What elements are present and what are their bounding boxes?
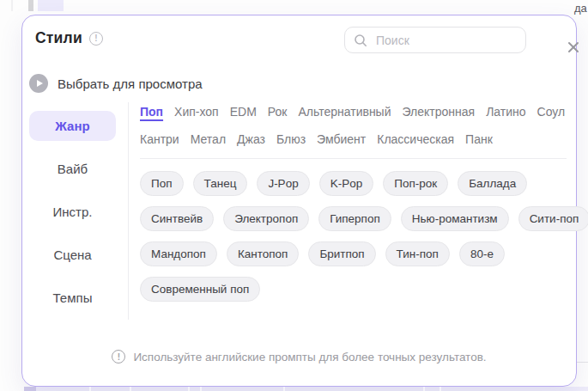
genre-link[interactable]: Эмбиент	[317, 131, 366, 148]
play-icon	[37, 80, 43, 87]
genre-link[interactable]: Альтернативный	[298, 103, 391, 120]
background-timeline-gap	[200, 387, 202, 391]
style-chip[interactable]: Мандопоп	[140, 241, 217, 266]
style-chip[interactable]: K-Pop	[319, 171, 374, 196]
chip-row: ПопТанецJ-PopK-PopПоп-рокБаллада	[140, 171, 567, 196]
background-divider	[577, 362, 588, 363]
genre-link[interactable]: Панк	[465, 131, 493, 148]
sidebar-tab-4[interactable]: Сцена	[29, 240, 116, 270]
close-button[interactable]	[563, 37, 584, 58]
style-chip[interactable]: Баллада	[458, 171, 527, 196]
style-chip[interactable]: Электропоп	[223, 206, 309, 231]
background-fragment	[28, 0, 33, 11]
sidebar-tab-1[interactable]: Жанр	[29, 111, 116, 141]
style-chip[interactable]: Поп	[140, 171, 184, 196]
genre-link[interactable]: Метал	[191, 131, 226, 148]
sidebar-tab-2[interactable]: Вайб	[29, 154, 116, 184]
background-fragment	[11, 0, 13, 11]
background-fragment	[38, 0, 64, 11]
genre-row: КантриМеталДжазБлюзЭмбиентКлассическаяПа…	[140, 131, 567, 148]
style-chip[interactable]: 80-е	[459, 241, 505, 266]
style-chip[interactable]: Бритпоп	[308, 241, 375, 266]
footer-note: Используйте английские промпты для более…	[22, 350, 576, 364]
footer-note-text: Используйте английские промпты для более…	[133, 351, 486, 364]
genre-link[interactable]: Рок	[268, 103, 288, 120]
background-timeline-strip	[24, 387, 588, 391]
chip-row: Современный поп	[140, 277, 567, 302]
search-icon	[354, 34, 367, 47]
background-timeline-gap	[439, 387, 441, 391]
genre-links: ПопХип-хопEDMРокАльтернативныйЭлектронна…	[140, 103, 567, 148]
background-timeline-gap	[130, 387, 131, 391]
style-chip[interactable]: J-Pop	[257, 171, 309, 196]
style-chip[interactable]: Сити-поп	[518, 206, 588, 231]
search-input[interactable]	[374, 33, 517, 48]
genre-link[interactable]: Латино	[486, 103, 525, 120]
vertical-divider	[128, 102, 129, 320]
background-timeline-gap	[283, 387, 285, 391]
style-chips: ПопТанецJ-PopK-PopПоп-рокБалладаСинтвейв…	[140, 171, 567, 302]
genre-link[interactable]: Хип-хоп	[174, 103, 219, 120]
close-icon	[567, 41, 579, 53]
genre-link[interactable]: Поп	[140, 103, 163, 120]
preview-row: Выбрать для просмотра	[29, 74, 203, 93]
style-chip[interactable]: Тин-поп	[385, 241, 450, 266]
styles-modal: Стили Выбрать для просмотра ЖанрВайбИнст…	[21, 15, 577, 387]
style-chip[interactable]: Кантопоп	[227, 241, 300, 266]
modal-header: Стили	[35, 29, 103, 47]
background-timeline-gap	[188, 387, 190, 391]
background-timeline-gap	[89, 387, 91, 391]
genre-row: ПопХип-хопEDMРокАльтернативныйЭлектронна…	[140, 103, 567, 120]
chip-row: МандопопКантопопБритпопТин-поп80-е	[140, 241, 567, 266]
background-timeline-gap	[423, 387, 425, 391]
chip-row: СинтвейвЭлектропопГиперпопНью-романтизмС…	[140, 206, 567, 231]
info-icon[interactable]	[89, 32, 103, 46]
genre-link[interactable]: Кантри	[140, 131, 179, 148]
search-box[interactable]	[344, 27, 526, 53]
style-chip[interactable]: Гиперпоп	[318, 206, 391, 231]
content-panel: ПопХип-хопEDMРокАльтернативныйЭлектронна…	[140, 103, 567, 302]
style-chip[interactable]: Нью-романтизм	[401, 206, 509, 231]
genre-link[interactable]: Электронная	[403, 103, 476, 120]
genre-link[interactable]: Блюз	[276, 131, 306, 148]
background-partial-text: да	[574, 2, 587, 15]
alert-icon	[112, 350, 125, 364]
sidebar: ЖанрВайбИнстр.СценаТемпы	[29, 111, 116, 313]
genre-link[interactable]: Соул	[537, 103, 566, 120]
play-button[interactable]	[29, 74, 48, 93]
genre-link[interactable]: Джаз	[237, 131, 265, 148]
style-chip[interactable]: Современный поп	[140, 277, 260, 302]
style-chip[interactable]: Синтвейв	[140, 206, 214, 231]
genre-link[interactable]: Классическая	[377, 131, 454, 148]
preview-label: Выбрать для просмотра	[58, 76, 203, 91]
sidebar-tab-5[interactable]: Темпы	[29, 283, 116, 313]
genre-link[interactable]: EDM	[230, 103, 257, 120]
background-timeline-segment	[24, 387, 36, 391]
sidebar-tab-3[interactable]: Инстр.	[29, 197, 116, 227]
style-chip[interactable]: Танец	[193, 171, 248, 196]
horizontal-divider	[140, 158, 567, 159]
modal-title: Стили	[35, 29, 82, 47]
style-chip[interactable]: Поп-рок	[383, 171, 448, 196]
